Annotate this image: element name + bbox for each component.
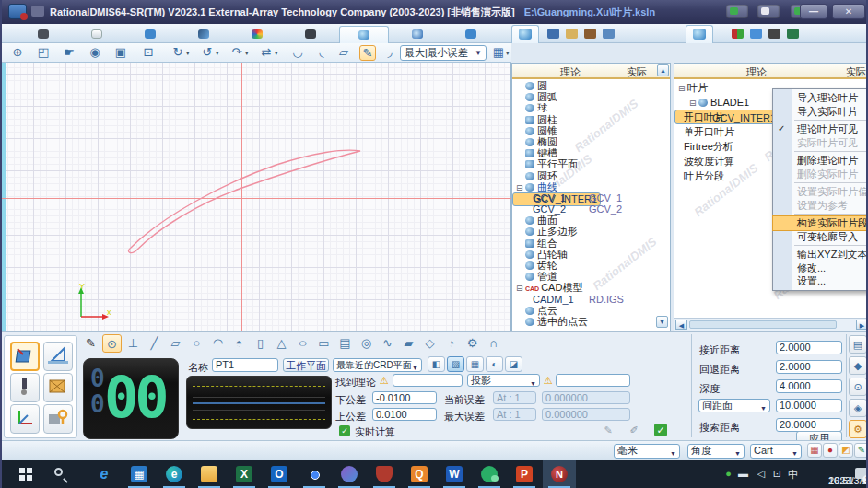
eraser-icon[interactable]: ✐ — [627, 424, 641, 436]
tree-item-parallel-planes[interactable]: 平行平面 — [512, 158, 670, 169]
zoom-window-icon[interactable]: ◰ — [35, 45, 52, 61]
graph-mode-tab[interactable]: ▨ — [447, 356, 464, 372]
battery-icon[interactable]: ▬ — [738, 468, 748, 479]
projection-value-input[interactable] — [556, 374, 630, 387]
tree-item-camshaft[interactable]: 凸轮轴 — [512, 249, 670, 260]
polygon-icon[interactable]: ◇ — [420, 334, 440, 353]
grid-panel-icon[interactable] — [603, 29, 615, 39]
tree-item-arc[interactable]: 圆弧 — [512, 91, 670, 102]
tree-item-polygon[interactable]: 正多边形 — [512, 226, 670, 237]
taskbar-chrome[interactable] — [298, 460, 331, 488]
crd-plane-dropdown[interactable]: 最靠近的CRD平面▼ — [333, 358, 422, 372]
taskbar-wechat[interactable] — [473, 460, 506, 488]
magnifier-icon[interactable]: ⊙ — [849, 378, 867, 396]
camera-panel-icon[interactable] — [768, 29, 780, 39]
probe-button[interactable] — [10, 373, 40, 402]
brush-icon[interactable]: ◞ — [381, 45, 398, 61]
name-input[interactable]: PT1 — [212, 358, 278, 372]
taskbar-blue-grid-app[interactable]: ▦ — [123, 460, 156, 488]
expand-toggle-icon[interactable]: ⊟ — [516, 283, 524, 294]
window-menu-icon[interactable] — [31, 6, 44, 17]
grid-display-icon[interactable]: ▦ — [490, 45, 507, 61]
scroll-right-icon[interactable]: ▶ — [856, 320, 868, 330]
menu-item-import-actual-blade[interactable]: 导入实际叶片 — [773, 105, 868, 119]
menu-item-import-theory-blade[interactable]: 导入理论叶片 — [773, 91, 868, 105]
set-square-button[interactable] — [43, 342, 73, 371]
units-dropdown[interactable]: 毫米▼ — [614, 444, 680, 459]
search-distance-input[interactable]: 20.0000 — [776, 418, 842, 432]
tree-item-circle[interactable]: 圆 — [512, 80, 670, 91]
grid-display-caret[interactable]: ▾ — [506, 50, 510, 57]
cube-tool-icon[interactable]: ◈ — [849, 399, 867, 417]
tree-item-slot[interactable]: 键槽 — [512, 147, 670, 158]
axes-button[interactable] — [10, 404, 40, 434]
start-button[interactable] — [7, 460, 41, 488]
capture-icon[interactable]: ▣ — [112, 45, 129, 61]
taskbar-internet-explorer[interactable]: e — [88, 460, 121, 488]
find-theory-input[interactable] — [393, 374, 463, 387]
rotate-y-caret[interactable]: ▾ — [216, 50, 219, 57]
menu-item-export-xyz-to-text[interactable]: 输出XYZ到文本文件▶ — [773, 248, 868, 261]
rotate-x-icon[interactable]: ↻ — [170, 45, 186, 61]
network-display-icon[interactable]: ⊡ — [773, 468, 781, 480]
record-icon[interactable]: ● — [823, 443, 838, 458]
cube-mode-tab[interactable]: ◪ — [505, 356, 522, 372]
menu-item-theory-blade-visible[interactable]: ✓理论叶片可见 — [773, 122, 868, 136]
sphere-icon[interactable]: ◓ — [229, 334, 249, 353]
machine-settings-button[interactable] — [43, 404, 73, 434]
error-mode-dropdown[interactable]: 最大|最小误差▼ — [400, 45, 487, 61]
menu-item-variable-profile-import[interactable]: 可变轮廓导入 — [773, 230, 868, 244]
rotate-x-caret[interactable]: ▾ — [186, 50, 190, 57]
speaker-icon[interactable]: ◁ — [757, 468, 765, 480]
tree-item-curve-group[interactable]: ⊟曲线 — [512, 181, 670, 192]
horizontal-scrollbar[interactable]: ◀ ▶ — [674, 318, 868, 331]
tree-item-pipe[interactable]: 管道 — [512, 271, 670, 282]
menu-item-modify[interactable]: 修改... — [773, 261, 868, 275]
rotate-z-icon[interactable]: ↷ — [229, 45, 245, 61]
scrollbar-thumb[interactable] — [689, 320, 837, 329]
tree-item-gcv-2[interactable]: GCV_2GCV_2 — [512, 203, 670, 215]
tree-item-cylinder[interactable]: 圆柱 — [512, 114, 670, 125]
upper-tolerance-input[interactable]: 0.0100 — [372, 408, 437, 421]
gear-settings-icon[interactable]: ⚙ — [849, 420, 867, 438]
taskbar-word[interactable]: W — [438, 460, 471, 488]
curve-lower-icon[interactable]: ◡ — [289, 45, 306, 61]
tree-item-sphere[interactable]: 球 — [512, 102, 670, 113]
expand-toggle-icon[interactable]: ⊟ — [689, 96, 698, 110]
menu-item-actual-blade-visible[interactable]: 实际叶片可见 — [773, 136, 868, 150]
probe-mode-tab[interactable]: ◧ — [428, 356, 445, 372]
cube-panel-icon[interactable] — [547, 29, 559, 39]
menu-item-set-as-reference[interactable]: 设置为参考 — [773, 199, 868, 213]
tree-item-cad-model-group[interactable]: ⊟CADCAD模型 — [512, 282, 670, 293]
edit-disabled-icon[interactable]: ✎ — [601, 424, 616, 436]
tab-curve-active[interactable] — [339, 26, 389, 43]
pen-highlight-icon[interactable]: ✎ — [359, 45, 376, 61]
menu-item-delete-theory-blade[interactable]: 删除理论叶片 — [773, 154, 868, 168]
tab-device[interactable] — [286, 26, 335, 43]
workplane-button[interactable]: 工作平面 — [283, 358, 329, 372]
tools-icon[interactable]: ✎ — [854, 443, 868, 458]
taskbar-security-shield[interactable] — [368, 460, 401, 488]
cam-icon[interactable]: ◔ — [441, 334, 461, 353]
tree-item-surface[interactable]: 曲面 — [512, 215, 670, 226]
slot-icon[interactable]: ▭ — [314, 334, 334, 353]
app-logo-icon[interactable] — [8, 4, 27, 19]
plane-icon[interactable]: ▱ — [166, 334, 185, 353]
machine-status-icon[interactable] — [726, 5, 748, 18]
cylinder-icon[interactable]: ▯ — [251, 334, 270, 353]
taskbar-design-app[interactable] — [333, 460, 366, 488]
curve-icon[interactable]: ∿ — [378, 334, 397, 353]
tray-status-icon[interactable]: ● — [725, 468, 732, 479]
coord-system-dropdown[interactable]: Cart▼ — [750, 444, 802, 459]
arc-mode-tab[interactable]: ◐ — [486, 356, 503, 372]
taskbar-rationaldmis-active[interactable]: N — [543, 460, 576, 488]
probe-tool-icon[interactable]: ◆ — [849, 356, 867, 375]
surface-icon[interactable]: ▰ — [399, 334, 418, 353]
point-icon[interactable]: ⊙ — [102, 334, 122, 353]
arc-icon[interactable]: ◠ — [208, 334, 228, 353]
circle-icon[interactable]: ○ — [187, 334, 206, 353]
measure-panel-icon[interactable] — [787, 29, 799, 39]
tab-system[interactable] — [18, 26, 68, 43]
taskbar-powerpoint[interactable]: P — [508, 460, 541, 488]
lower-tolerance-input[interactable]: -0.0100 — [372, 391, 437, 404]
